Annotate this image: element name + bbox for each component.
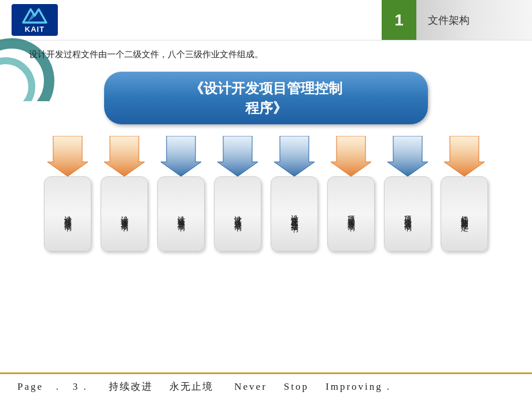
svg-marker-12 — [444, 136, 485, 176]
footer-cn1: 持续改进 — [109, 381, 153, 392]
footer-en1: Never — [234, 381, 267, 392]
content-area: 设计开发过程文件由一个二级文件，八个三级作业文件组成。 《设计开发项目管理控制 … — [0, 40, 532, 372]
card-2: 设计 验证 作业 指导 书 — [157, 176, 205, 252]
intro-text: 设计开发过程文件由一个二级文件，八个三级作业文件组成。 — [29, 49, 509, 60]
footer-content: Page . 3 . 持续改进 永无止境 Never Stop Improvin… — [17, 380, 391, 393]
footer-en2: Stop — [284, 381, 309, 392]
svg-marker-5 — [47, 136, 88, 176]
card-3: 设计 认可 作业 指导 书 — [214, 176, 261, 252]
footer-en3: Improving — [326, 381, 383, 392]
footer-dot2: . — [84, 381, 88, 392]
card-5: 项目 采购 作业 指导 书 — [327, 176, 375, 252]
svg-marker-11 — [387, 136, 428, 176]
page-label: Page — [17, 381, 43, 392]
arrow-0 — [47, 136, 88, 176]
card-6: 项目 移交 作业 指导 书 — [384, 176, 431, 252]
footer: Page . 3 . 持续改进 永无止境 Never Stop Improvin… — [0, 372, 532, 399]
logo-text: KAIT — [25, 25, 45, 34]
card-text-4: 设计 文件 更改 作业 指导 书 — [289, 209, 301, 219]
card-text-2: 设计 验证 作业 指导 书 — [175, 210, 187, 218]
diagram-column-7: 样件 制造 及管 理规 定 — [438, 136, 490, 367]
logo-box: KAIT — [12, 4, 58, 36]
arrow-3 — [217, 136, 258, 176]
section-number: 1 — [394, 11, 404, 29]
page-number: 3 — [73, 381, 80, 392]
card-text-1: 设计 评审 作业 指导 书 — [119, 210, 131, 218]
card-text-5: 项目 采购 作业 指导 书 — [345, 210, 357, 218]
arrow-2 — [161, 136, 201, 176]
arrow-6 — [387, 136, 428, 176]
footer-dot3: . — [387, 381, 391, 392]
arrow-7 — [444, 136, 485, 176]
svg-marker-10 — [331, 136, 371, 176]
svg-marker-9 — [274, 136, 315, 176]
card-0: 设计 过程 作业 指导 书 — [44, 176, 91, 252]
diagram-column-2: 设计 验证 作业 指导 书 — [155, 136, 207, 367]
footer-cn2: 永无止境 — [169, 381, 213, 392]
header: KAIT 1 文件架构 — [0, 0, 532, 40]
arrow-4 — [274, 136, 315, 176]
main-title-line2: 程序》 — [127, 98, 405, 118]
svg-marker-7 — [161, 136, 201, 176]
diagram-column-0: 设计 过程 作业 指导 书 — [42, 136, 94, 367]
card-7: 样件 制造 及管 理规 定 — [441, 176, 488, 252]
diagram-column-3: 设计 认可 作业 指导 书 — [212, 136, 264, 367]
section-title: 文件架构 — [428, 13, 470, 27]
main-title-line1: 《设计开发项目管理控制 — [127, 79, 405, 98]
footer-dot1: . — [56, 381, 60, 392]
card-text-6: 项目 移交 作业 指导 书 — [402, 210, 414, 218]
diagram-column-6: 项目 移交 作业 指导 书 — [382, 136, 434, 367]
main-title-wrapper: 《设计开发项目管理控制 程序》 — [23, 72, 509, 124]
svg-marker-6 — [104, 136, 145, 176]
svg-marker-8 — [217, 136, 258, 176]
diagram-column-5: 项目 采购 作业 指导 书 — [325, 136, 377, 367]
section-title-box: 文件架构 — [416, 0, 532, 40]
main-title-box: 《设计开发项目管理控制 程序》 — [104, 72, 428, 124]
arrow-1 — [104, 136, 145, 176]
section-number-box: 1 — [382, 0, 416, 40]
header-middle — [69, 0, 382, 40]
arrow-5 — [331, 136, 371, 176]
svg-marker-0 — [23, 9, 46, 23]
main-title-text: 《设计开发项目管理控制 程序》 — [127, 79, 405, 117]
card-text-7: 样件 制造 及管 理规 定 — [459, 210, 471, 218]
page-wrapper: KAIT 1 文件架构 设计开发过程文件由一个二级文件，八个三级作业文件组成。 … — [0, 0, 532, 399]
card-text-3: 设计 认可 作业 指导 书 — [232, 210, 244, 218]
card-text-0: 设计 过程 作业 指导 书 — [62, 210, 74, 218]
diagram-column-4: 设计 文件 更改 作业 指导 书 — [268, 136, 320, 367]
logo-area: KAIT — [0, 0, 69, 40]
card-1: 设计 评审 作业 指导 书 — [101, 176, 148, 252]
card-4: 设计 文件 更改 作业 指导 书 — [271, 176, 318, 252]
logo-emblem-svg — [20, 6, 49, 25]
header-right: 1 文件架构 — [382, 0, 532, 40]
diagram-area: 设计 过程 作业 指导 书 设计 评审 作业 指导 书 设计 验证 作业 指导 … — [23, 136, 509, 367]
diagram-column-1: 设计 评审 作业 指导 书 — [98, 136, 150, 367]
